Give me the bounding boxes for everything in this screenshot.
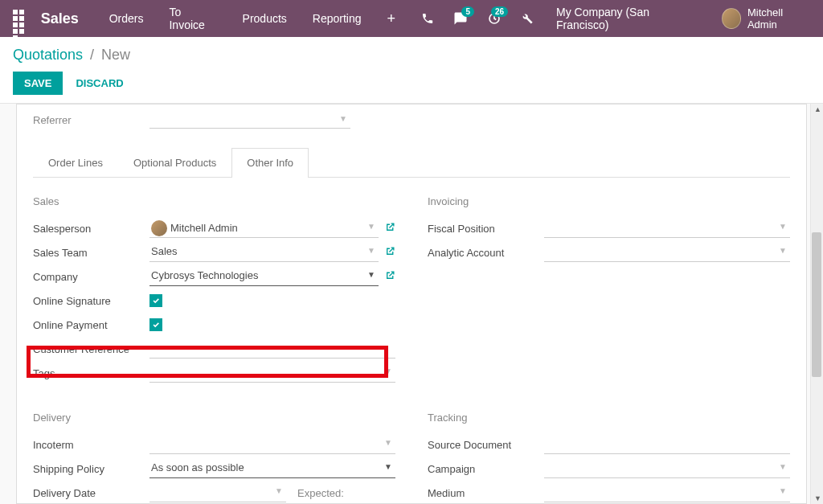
nav-to-invoice[interactable]: To Invoice	[158, 6, 227, 31]
user-name: Mitchell Admin	[747, 6, 810, 31]
avatar	[722, 8, 741, 29]
avatar	[151, 220, 167, 236]
online-signature-label: Online Signature	[33, 295, 149, 307]
medium-label: Medium	[428, 487, 544, 499]
external-link-icon[interactable]	[385, 222, 395, 235]
tracking-group: Tracking Source Document Campaign ▼ Medi…	[428, 412, 790, 504]
nav-orders[interactable]: Orders	[98, 12, 155, 25]
salesperson-value: Mitchell Admin	[170, 222, 238, 234]
customer-ref-input[interactable]	[149, 339, 395, 359]
source-document-label: Source Document	[428, 439, 544, 451]
campaign-input[interactable]: ▼	[544, 459, 790, 478]
vertical-scrollbar[interactable]: ▲ ▼	[810, 104, 823, 504]
company-input[interactable]: Cybrosys Technologies ▼	[149, 267, 379, 286]
customer-ref-label: Customer Reference	[33, 343, 149, 355]
shipping-policy-input[interactable]: As soon as possible ▼	[149, 459, 395, 478]
medium-input[interactable]: ▼	[544, 483, 790, 502]
incoterm-label: Incoterm	[33, 439, 149, 451]
salesperson-input[interactable]: Mitchell Admin ▼	[149, 219, 379, 238]
tab-other-info[interactable]: Other Info	[231, 148, 309, 177]
user-menu[interactable]: Mitchell Admin	[710, 6, 810, 31]
tracking-title: Tracking	[428, 412, 790, 424]
delivery-title: Delivery	[33, 412, 395, 424]
online-payment-label: Online Payment	[33, 319, 149, 331]
tags-label: Tags	[33, 367, 149, 379]
top-navbar: Sales Orders To Invoice Products Reporti…	[0, 0, 823, 37]
online-payment-checkbox[interactable]	[149, 318, 162, 331]
salesperson-label: Salesperson	[33, 223, 149, 235]
shipping-policy-value: As soon as possible	[151, 461, 244, 473]
tab-optional-products[interactable]: Optional Products	[118, 148, 231, 177]
activities-badge: 26	[491, 6, 508, 17]
shipping-policy-label: Shipping Policy	[33, 463, 149, 475]
sales-team-input[interactable]: Sales ▼	[149, 243, 379, 262]
sales-group: Sales Salesperson Mitchell Admin ▼	[33, 195, 395, 386]
tab-order-lines[interactable]: Order Lines	[33, 148, 118, 177]
invoicing-title: Invoicing	[428, 195, 790, 207]
delivery-group: Delivery Incoterm ▼ Shipping Policy As s…	[33, 412, 395, 504]
expected-label: Expected:	[297, 487, 344, 499]
sales-team-value: Sales	[151, 245, 178, 257]
company-switcher[interactable]: My Company (San Francisco)	[545, 6, 707, 31]
fiscal-position-label: Fiscal Position	[428, 223, 544, 235]
form-sheet: Referrer ▼ Order Lines Optional Products…	[16, 104, 807, 504]
save-button[interactable]: SAVE	[13, 72, 63, 95]
invoicing-group: Invoicing Fiscal Position ▼ Analytic Acc…	[428, 195, 790, 386]
delivery-date-input[interactable]: ▼	[149, 483, 286, 502]
messages-icon[interactable]: 5	[445, 11, 476, 26]
breadcrumb-current: New	[101, 47, 130, 63]
tabs: Order Lines Optional Products Other Info	[33, 148, 790, 178]
tools-icon[interactable]	[513, 12, 542, 25]
sales-title: Sales	[33, 195, 395, 207]
breadcrumb-root[interactable]: Quotations	[13, 47, 83, 63]
source-document-input[interactable]	[544, 435, 790, 454]
referrer-label: Referrer	[33, 114, 149, 126]
activities-icon[interactable]: 26	[479, 11, 510, 26]
discard-button[interactable]: DISCARD	[71, 72, 128, 95]
app-brand[interactable]: Sales	[41, 10, 79, 27]
campaign-label: Campaign	[428, 463, 544, 475]
delivery-date-label: Delivery Date	[33, 487, 149, 499]
nav-reporting[interactable]: Reporting	[301, 12, 373, 25]
incoterm-input[interactable]: ▼	[149, 435, 395, 454]
fiscal-position-input[interactable]: ▼	[544, 219, 790, 238]
analytic-account-label: Analytic Account	[428, 247, 544, 259]
external-link-icon[interactable]	[385, 246, 395, 259]
phone-icon[interactable]	[413, 12, 442, 25]
form-area: Referrer ▼ Order Lines Optional Products…	[0, 104, 823, 504]
sales-team-label: Sales Team	[33, 247, 149, 259]
messages-badge: 5	[461, 6, 474, 17]
online-signature-checkbox[interactable]	[149, 294, 162, 307]
nav-products[interactable]: Products	[231, 12, 298, 25]
referrer-row: Referrer ▼	[33, 104, 790, 133]
external-link-icon[interactable]	[385, 270, 395, 283]
referrer-input[interactable]: ▼	[149, 111, 350, 129]
company-label: Company	[33, 271, 149, 283]
breadcrumb: Quotations / New	[13, 47, 810, 64]
new-icon[interactable]: +	[376, 10, 407, 27]
company-value: Cybrosys Technologies	[151, 269, 258, 281]
control-panel: Quotations / New SAVE DISCARD	[0, 37, 823, 104]
analytic-account-input[interactable]: ▼	[544, 243, 790, 262]
tags-input[interactable]: ▼	[149, 363, 395, 383]
apps-icon[interactable]	[13, 10, 30, 27]
